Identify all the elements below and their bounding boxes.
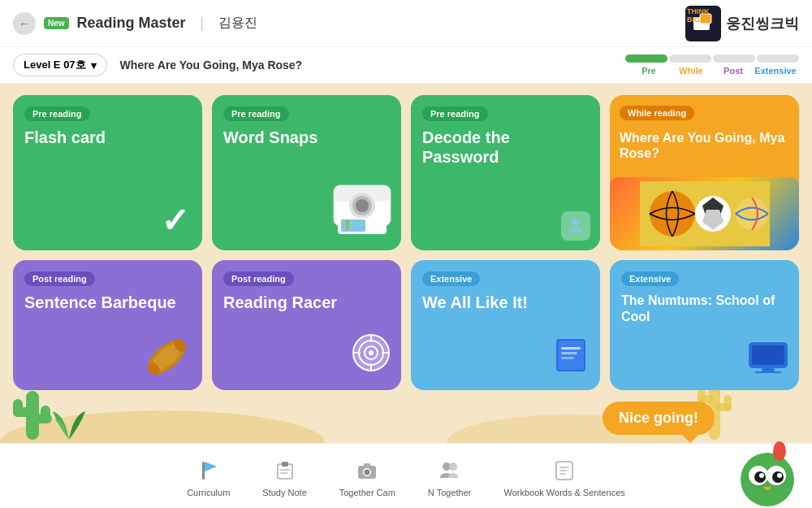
tv-icon bbox=[747, 337, 789, 380]
back-icon: ← bbox=[19, 17, 30, 30]
svg-point-68 bbox=[365, 469, 370, 475]
prog-label-extensive: Extensive bbox=[754, 66, 797, 76]
racer-title: Reading Racer bbox=[223, 293, 390, 312]
card-while-reading[interactable]: While reading Where Are You Going, Mya R… bbox=[610, 95, 799, 250]
nav-curriculum[interactable]: Curriculum bbox=[187, 455, 230, 497]
while-reading-image bbox=[610, 177, 799, 250]
card-word-snaps[interactable]: Pre reading Word Snaps bbox=[212, 95, 401, 250]
svg-rect-60 bbox=[202, 462, 205, 480]
prog-label-pre: Pre bbox=[628, 66, 670, 76]
flash-card-check-icon: ✓ bbox=[161, 201, 189, 241]
svg-point-7 bbox=[356, 199, 369, 212]
svg-rect-46 bbox=[41, 406, 50, 423]
while-reading-title: Where Are You Going, Mya Rose? bbox=[620, 130, 789, 161]
think-big-label: THINK BIG bbox=[687, 7, 721, 24]
clipboard-icon-svg bbox=[274, 458, 296, 481]
while-reading-badge: While reading bbox=[620, 106, 694, 120]
camera-icon bbox=[330, 177, 395, 244]
svg-rect-64 bbox=[280, 469, 290, 471]
polaroid-camera-svg bbox=[330, 177, 395, 234]
decode-title: Decode the Password bbox=[422, 128, 589, 167]
back-button[interactable]: ← bbox=[13, 12, 36, 35]
nav-together-cam[interactable]: Together Cam bbox=[339, 455, 395, 497]
curriculum-icon bbox=[194, 455, 223, 484]
camera-nav-svg bbox=[356, 458, 378, 481]
svg-rect-69 bbox=[364, 463, 370, 467]
svg-point-11 bbox=[572, 218, 580, 226]
card-sentence-barbeque[interactable]: Post reading Sentence Barbeque bbox=[13, 260, 202, 390]
barbeque-badge: Post reading bbox=[24, 271, 95, 286]
card-the-numtums[interactable]: Extensive The Numtums: School of Cool bbox=[610, 260, 799, 390]
username: 김용진 bbox=[218, 15, 257, 32]
nav-study-note[interactable]: Study Note bbox=[262, 455, 306, 497]
svg-point-17 bbox=[736, 198, 768, 230]
book-svg bbox=[551, 334, 590, 373]
person-icon bbox=[561, 211, 590, 241]
flash-card-title: Flash card bbox=[24, 128, 191, 147]
character-svg bbox=[731, 435, 804, 508]
tv-svg bbox=[747, 337, 789, 373]
prog-dot-while bbox=[669, 54, 711, 63]
progress-container: Pre While Post Extensive bbox=[625, 54, 799, 76]
curriculum-label: Curriculum bbox=[187, 488, 230, 497]
flash-card-badge: Pre reading bbox=[24, 106, 90, 121]
target-icon bbox=[351, 332, 391, 380]
prog-dot-post bbox=[713, 54, 755, 63]
sausage-svg bbox=[138, 334, 195, 381]
card-reading-racer[interactable]: Post reading Reading Racer bbox=[212, 260, 401, 390]
brand-name: 웅진씽크빅 bbox=[726, 14, 799, 33]
barbeque-title: Sentence Barbeque bbox=[24, 293, 191, 312]
card-decode-password[interactable]: Pre reading Decode the Password bbox=[411, 95, 600, 250]
svg-rect-45 bbox=[34, 414, 52, 423]
svg-rect-50 bbox=[715, 403, 732, 411]
logo-icon-box: THINK BIG bbox=[685, 6, 721, 41]
we-all-like-it-badge: Extensive bbox=[422, 271, 480, 286]
svg-rect-43 bbox=[13, 407, 31, 417]
bottom-cards-grid: Post reading Sentence Barbeque Post read… bbox=[13, 260, 799, 390]
level-label: Level E 07호 bbox=[24, 58, 86, 72]
bottom-nav: Curriculum Study Note Together Cam bbox=[0, 443, 812, 508]
word-snaps-title: Word Snaps bbox=[223, 128, 390, 147]
workbook-label: Workbook Words & Sentences bbox=[503, 488, 624, 497]
svg-rect-32 bbox=[558, 341, 584, 370]
new-badge: New bbox=[44, 17, 69, 29]
we-all-like-it-title: We All Like It! bbox=[422, 293, 589, 312]
main-content: Pre reading Flash card ✓ Pre reading Wor… bbox=[0, 84, 812, 402]
header: ← New Reading Master | 김용진 THINK BIG 웅진씽… bbox=[0, 0, 812, 47]
svg-point-52 bbox=[741, 453, 794, 506]
nice-going-bubble: Nice going! bbox=[603, 402, 715, 435]
svg-point-59 bbox=[777, 473, 782, 478]
nav-workbook[interactable]: Workbook Words & Sentences bbox=[503, 455, 624, 497]
study-note-label: Study Note bbox=[262, 488, 306, 497]
while-reading-inner: While reading Where Are You Going, Mya R… bbox=[610, 95, 799, 171]
workbook-icon bbox=[550, 455, 579, 484]
svg-point-53 bbox=[773, 441, 786, 461]
target-svg bbox=[351, 332, 391, 373]
svg-point-13 bbox=[650, 191, 695, 237]
prog-label-while: While bbox=[670, 66, 712, 76]
character bbox=[731, 435, 804, 508]
svg-point-26 bbox=[369, 350, 374, 355]
svg-rect-39 bbox=[755, 371, 781, 373]
svg-rect-74 bbox=[559, 467, 569, 468]
numtums-title: The Numtums: School of Cool bbox=[621, 293, 788, 323]
card-we-all-like-it[interactable]: Extensive We All Like It! bbox=[411, 260, 600, 390]
study-note-icon bbox=[270, 455, 300, 484]
book-icon bbox=[551, 334, 590, 380]
svg-rect-65 bbox=[280, 472, 288, 474]
progress-bar-wrapper: Pre While Post Extensive bbox=[625, 54, 799, 76]
svg-rect-10 bbox=[346, 219, 349, 229]
person-svg bbox=[566, 216, 585, 236]
svg-rect-33 bbox=[561, 347, 581, 350]
book-nav-svg bbox=[553, 458, 576, 481]
card-flash-card[interactable]: Pre reading Flash card ✓ bbox=[13, 95, 202, 250]
sausage-icon bbox=[138, 334, 197, 389]
nice-going-text: Nice going! bbox=[619, 410, 698, 426]
nav-n-together[interactable]: N Together bbox=[428, 455, 472, 497]
svg-rect-38 bbox=[762, 368, 775, 371]
header-left: ← New Reading Master | 김용진 bbox=[13, 12, 257, 35]
level-dropdown[interactable]: Level E 07호 ▾ bbox=[13, 54, 107, 76]
dropdown-icon: ▾ bbox=[91, 59, 97, 72]
prog-dot-extensive bbox=[757, 54, 799, 63]
svg-rect-37 bbox=[752, 345, 784, 365]
